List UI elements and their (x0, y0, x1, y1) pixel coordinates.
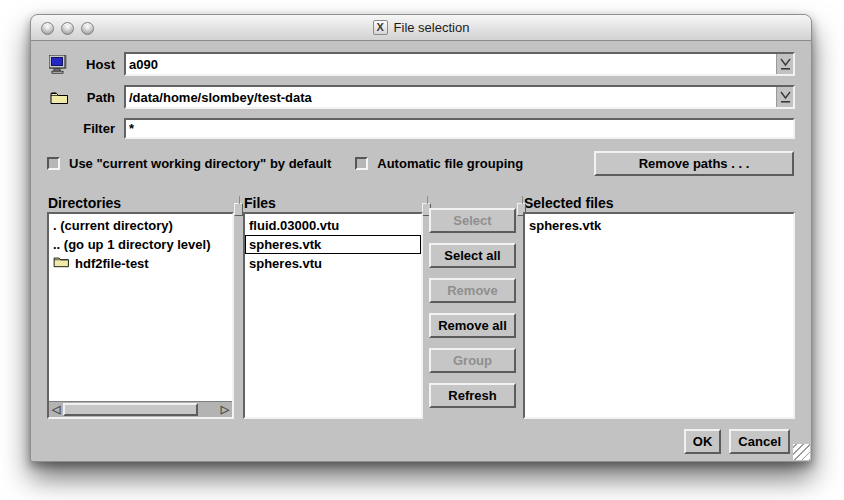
dialog-content: Host Path (31, 41, 811, 461)
path-label: Path (75, 90, 115, 105)
list-item-label: spheres.vtk (529, 216, 601, 235)
action-button-column: SelectSelect allRemoveRemove allGroupRef… (429, 208, 516, 418)
panes-area: Directories Files Selected files . (curr… (47, 193, 795, 419)
path-dropdown-icon[interactable] (776, 87, 793, 107)
path-row: Path (47, 85, 795, 109)
group-button: Group (429, 348, 516, 373)
directories-hscrollbar[interactable]: ◁ ▷ (49, 401, 232, 417)
list-item-label: . (current directory) (53, 216, 173, 235)
file-selection-window: X File selection Host (30, 14, 812, 462)
list-item-label: spheres.vtk (249, 235, 321, 254)
close-button[interactable] (41, 22, 54, 35)
host-row: Host (47, 52, 795, 76)
resize-grip[interactable] (793, 444, 810, 460)
directories-label: Directories (48, 195, 121, 211)
selected-files-label: Selected files (524, 195, 614, 211)
selected-file-item[interactable]: spheres.vtk (525, 216, 793, 235)
cancel-button[interactable]: Cancel (729, 429, 790, 454)
path-combo (124, 85, 795, 109)
grouping-checkbox[interactable] (355, 157, 368, 170)
host-combo (124, 52, 795, 76)
scroll-right-icon[interactable]: ▷ (218, 402, 232, 417)
footer: OK Cancel (684, 429, 790, 455)
select-all-button[interactable]: Select all (429, 243, 516, 268)
cwd-checkbox-label: Use "current working directory" by defau… (69, 156, 331, 171)
titlebar[interactable]: X File selection (31, 15, 811, 41)
list-item-label: spheres.vtu (249, 254, 322, 273)
list-item-label: fluid.03000.vtu (249, 216, 339, 235)
zoom-button[interactable] (81, 22, 94, 35)
host-dropdown-icon[interactable] (776, 54, 793, 74)
host-monitor-icon (49, 54, 69, 74)
refresh-button[interactable]: Refresh (429, 383, 516, 408)
window-title: File selection (394, 20, 470, 35)
filter-field (124, 118, 795, 139)
directory-item[interactable]: hdf2file-test (49, 254, 232, 273)
directories-listbox: . (current directory).. (go up 1 directo… (47, 212, 234, 419)
filter-icon-spacer (49, 119, 69, 139)
file-item[interactable]: spheres.vtk (245, 235, 421, 254)
remove-paths-button[interactable]: Remove paths . . . (594, 151, 794, 176)
options-row: Use "current working directory" by defau… (47, 151, 795, 176)
splitter-handle[interactable] (234, 203, 243, 216)
host-input[interactable] (126, 54, 776, 74)
list-item-label: hdf2file-test (75, 254, 149, 273)
grouping-checkbox-label: Automatic file grouping (377, 156, 523, 171)
directory-item[interactable]: .. (go up 1 directory level) (49, 235, 232, 254)
ok-button[interactable]: OK (684, 429, 722, 454)
selected-files-list: spheres.vtk (525, 214, 793, 417)
filter-label: Filter (75, 121, 115, 136)
traffic-lights (41, 15, 94, 41)
path-folder-icon (49, 87, 69, 107)
files-list: fluid.03000.vtuspheres.vtkspheres.vtu (245, 214, 421, 417)
minimize-button[interactable] (61, 22, 74, 35)
scroll-left-icon[interactable]: ◁ (49, 402, 63, 417)
select-button: Select (429, 208, 516, 233)
file-item[interactable]: spheres.vtu (245, 254, 421, 273)
list-item-label: .. (go up 1 directory level) (53, 235, 210, 254)
remove-all-button[interactable]: Remove all (429, 313, 516, 338)
selected-files-listbox: spheres.vtk (523, 212, 795, 419)
files-listbox: fluid.03000.vtuspheres.vtkspheres.vtu (243, 212, 423, 419)
filter-row: Filter (47, 118, 795, 139)
files-label: Files (244, 195, 276, 211)
window-title-area: X File selection (373, 20, 470, 35)
cwd-checkbox[interactable] (47, 157, 60, 170)
scrollbar-thumb[interactable] (63, 403, 198, 416)
directories-list: . (current directory).. (go up 1 directo… (49, 214, 232, 401)
remove-button: Remove (429, 278, 516, 303)
file-item[interactable]: fluid.03000.vtu (245, 216, 421, 235)
x11-app-icon: X (373, 20, 388, 35)
folder-icon (53, 254, 70, 273)
path-input[interactable] (126, 87, 776, 107)
host-label: Host (75, 57, 115, 72)
filter-input[interactable] (126, 120, 793, 137)
directory-item[interactable]: . (current directory) (49, 216, 232, 235)
